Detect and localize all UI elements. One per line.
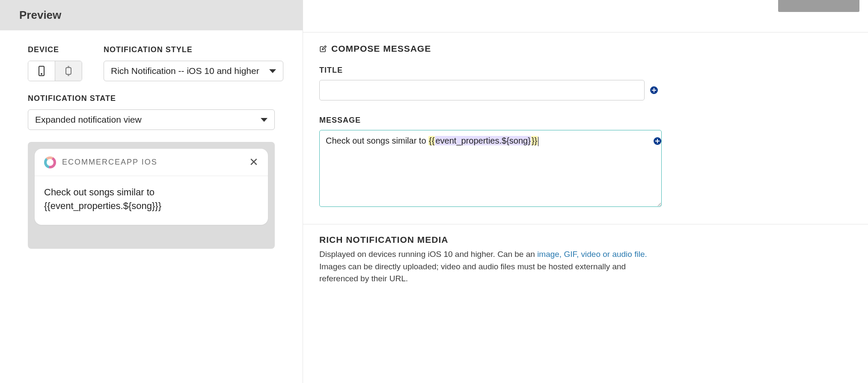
title-label: TITLE <box>319 66 852 75</box>
message-label: MESSAGE <box>319 116 852 125</box>
title-input[interactable] <box>319 80 645 100</box>
compose-panel: COMPOSE MESSAGE TITLE MESSAGE Check out … <box>303 0 868 383</box>
message-prefix: Check out songs similar to <box>326 136 428 145</box>
compose-section-title-text: COMPOSE MESSAGE <box>331 44 431 54</box>
preview-body: DEVICE NOTIFICATION STYLE Rich Notificat… <box>0 30 303 249</box>
notification-state-select[interactable]: Expanded notification view <box>28 109 275 130</box>
compose-section: COMPOSE MESSAGE TITLE MESSAGE Check out … <box>303 32 868 224</box>
notification-state-value: Expanded notification view <box>35 115 142 125</box>
template-brace-open: {{ <box>428 136 435 145</box>
notification-state-field: NOTIFICATION STATE Expanded notification… <box>28 94 275 130</box>
notification-app-row: ECOMMERCEAPP IOS <box>44 156 158 168</box>
compose-top-bar <box>303 0 868 32</box>
notification-style-label: NOTIFICATION STYLE <box>104 45 283 54</box>
preview-panel: Preview DEVICE NOTIFICATION STYLE Rich N… <box>0 0 303 383</box>
add-message-variable-button[interactable] <box>653 137 662 145</box>
close-icon[interactable]: ✕ <box>249 156 259 169</box>
template-brace-close: }} <box>531 136 538 145</box>
notification-style-value: Rich Notification -- iOS 10 and higher <box>111 66 259 76</box>
rich-media-filetypes-link[interactable]: image, GIF, video or audio file. <box>537 250 647 259</box>
notification-state-label: NOTIFICATION STATE <box>28 94 275 103</box>
text-cursor <box>538 137 538 146</box>
message-input[interactable]: Check out songs similar to {{event_prope… <box>319 130 662 207</box>
edit-icon <box>319 45 327 53</box>
device-field: DEVICE <box>28 45 82 81</box>
template-variable: event_properties.${song} <box>435 136 531 145</box>
notification-card-header: ECOMMERCEAPP IOS ✕ <box>35 149 268 176</box>
notification-style-select[interactable]: Rich Notification -- iOS 10 and higher <box>104 61 283 81</box>
app-icon <box>44 156 56 168</box>
device-label: DEVICE <box>28 45 82 54</box>
device-phone-button[interactable] <box>28 61 55 81</box>
svg-rect-2 <box>652 90 656 91</box>
app-name: ECOMMERCEAPP IOS <box>62 158 158 167</box>
rich-media-description: Displayed on devices running iOS 10 and … <box>319 248 662 285</box>
svg-rect-5 <box>655 141 660 141</box>
partial-button[interactable] <box>778 0 859 12</box>
phone-icon <box>39 66 45 76</box>
rich-media-title: RICH NOTIFICATION MEDIA <box>319 235 852 245</box>
watch-icon <box>65 67 71 75</box>
device-toggle <box>28 61 82 81</box>
rich-media-desc-after: Images can be directly uploaded; video a… <box>319 262 626 283</box>
device-watch-button[interactable] <box>55 61 82 81</box>
add-title-variable-button[interactable] <box>650 86 658 94</box>
notification-style-field: NOTIFICATION STYLE Rich Notification -- … <box>104 45 283 81</box>
preview-header: Preview <box>0 0 303 30</box>
preview-device-area: ECOMMERCEAPP IOS ✕ Check out songs simil… <box>28 142 275 249</box>
notification-card: ECOMMERCEAPP IOS ✕ Check out songs simil… <box>35 149 268 225</box>
chevron-down-icon <box>269 69 276 73</box>
chevron-down-icon <box>261 118 268 122</box>
compose-section-title: COMPOSE MESSAGE <box>319 44 852 54</box>
preview-heading: Preview <box>19 9 283 22</box>
notification-body: Check out songs similar to {{event_prope… <box>35 176 268 225</box>
rich-media-section: RICH NOTIFICATION MEDIA Displayed on dev… <box>303 224 868 295</box>
rich-media-desc-before: Displayed on devices running iOS 10 and … <box>319 250 537 259</box>
